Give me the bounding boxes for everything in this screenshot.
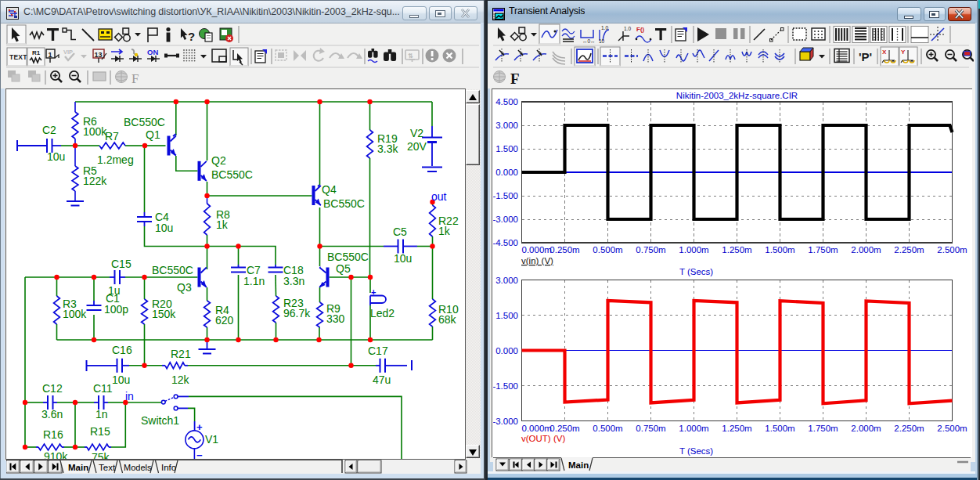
svg-text:R15: R15: [90, 425, 110, 438]
svg-text:68k: 68k: [438, 313, 457, 326]
svg-text:1.500m: 1.500m: [765, 245, 794, 254]
svg-text:R16: R16: [43, 428, 63, 441]
svg-text:330: 330: [326, 312, 345, 325]
svg-text:96.7k: 96.7k: [283, 307, 311, 319]
svg-text:Q3: Q3: [177, 281, 192, 294]
svg-text:1.0: 1.0: [624, 26, 631, 31]
svg-text:910k: 910k: [44, 450, 68, 459]
svg-text:X: X: [882, 49, 887, 56]
svg-text:v(OUT) (V): v(OUT) (V): [521, 434, 565, 443]
svg-text:1.000m: 1.000m: [679, 245, 708, 254]
svg-text:1.000m: 1.000m: [679, 424, 708, 433]
svg-text:100k: 100k: [63, 308, 87, 320]
svg-text:C15: C15: [111, 258, 132, 270]
svg-text:0.500m: 0.500m: [593, 424, 622, 433]
svg-text:Main: Main: [68, 463, 88, 472]
svg-text:10: 10: [599, 38, 605, 44]
svg-text:1k: 1k: [216, 218, 229, 231]
svg-text:0.250m: 0.250m: [549, 424, 579, 433]
svg-text:2.500m: 2.500m: [937, 245, 967, 254]
svg-text:47u: 47u: [373, 374, 391, 386]
svg-text:VIP: VIP: [63, 49, 73, 56]
svg-text:3.3k: 3.3k: [377, 143, 398, 155]
svg-text:-3.000: -3.000: [493, 417, 518, 426]
svg-text:Switch1: Switch1: [141, 414, 179, 427]
svg-text:out: out: [431, 190, 447, 203]
svg-text:3.000: 3.000: [495, 121, 518, 130]
svg-text:-4.500: -4.500: [493, 238, 518, 247]
svg-text:ON: ON: [147, 48, 158, 56]
svg-text:C17: C17: [368, 345, 388, 357]
svg-text:BC550C: BC550C: [124, 116, 165, 128]
svg-text:1.750m: 1.750m: [808, 424, 838, 433]
svg-text:1.500: 1.500: [495, 311, 518, 320]
svg-text:Y: Y: [901, 49, 906, 56]
svg-text:C12: C12: [42, 382, 63, 395]
svg-text:Q1: Q1: [146, 128, 160, 141]
svg-text:1.2meg: 1.2meg: [97, 153, 134, 166]
svg-text:R21: R21: [171, 348, 191, 360]
svg-text:BC550C: BC550C: [323, 197, 365, 210]
svg-text:+: +: [196, 421, 203, 433]
svg-text:4.500: 4.500: [495, 97, 518, 106]
svg-text:BC550C: BC550C: [327, 251, 369, 263]
svg-text:1.250m: 1.250m: [722, 424, 751, 433]
svg-text:12k: 12k: [171, 374, 190, 386]
svg-text:Main: Main: [568, 460, 589, 470]
svg-text:1.0: 1.0: [601, 25, 608, 31]
svg-text:0.250m: 0.250m: [549, 245, 579, 254]
svg-text:1n: 1n: [95, 408, 108, 420]
svg-text:1.1n: 1.1n: [243, 275, 265, 287]
svg-text:10u: 10u: [394, 252, 412, 265]
svg-text:in: in: [125, 390, 134, 402]
svg-text:TEXT: TEXT: [9, 53, 27, 61]
svg-text:F: F: [510, 70, 520, 87]
svg-text:+: +: [371, 287, 376, 297]
svg-text:Models: Models: [124, 463, 152, 472]
svg-text:R1: R1: [32, 49, 41, 56]
svg-text:2.000m: 2.000m: [851, 424, 881, 433]
svg-text:-1.500: -1.500: [493, 381, 518, 391]
svg-text:122k: 122k: [83, 175, 107, 187]
svg-text:BC550C: BC550C: [211, 168, 253, 181]
svg-text:v(in) (V): v(in) (V): [521, 256, 553, 265]
svg-text:R7: R7: [105, 130, 119, 143]
svg-text:Nikitin-2003_2kHz-square.CIR: Nikitin-2003_2kHz-square.CIR: [676, 91, 798, 100]
svg-text:0.000: 0.000: [495, 168, 518, 177]
svg-text:20V: 20V: [407, 140, 427, 153]
svg-text:150k: 150k: [152, 308, 176, 320]
svg-text:2.500m: 2.500m: [937, 424, 967, 433]
svg-text:V2: V2: [410, 127, 423, 139]
svg-text:1.500m: 1.500m: [765, 424, 794, 433]
svg-text:75k: 75k: [92, 451, 110, 459]
svg-text:1: 1: [49, 51, 52, 59]
svg-text:0.000: 0.000: [495, 346, 518, 355]
svg-text:0.000m: 0.000m: [522, 424, 552, 433]
svg-text:Led2: Led2: [370, 307, 395, 319]
svg-text:-3.000: -3.000: [493, 215, 518, 224]
svg-text:3.6n: 3.6n: [41, 408, 63, 420]
svg-text:F(): F(): [636, 26, 645, 33]
svg-text:2.000m: 2.000m: [851, 245, 881, 254]
svg-text:0.500m: 0.500m: [593, 245, 622, 254]
svg-text:1.500: 1.500: [495, 144, 518, 153]
svg-text:?: ?: [188, 30, 195, 43]
svg-text:C11: C11: [93, 382, 113, 395]
svg-text:BC550C: BC550C: [152, 264, 193, 276]
svg-text:1.750m: 1.750m: [808, 245, 838, 254]
svg-text:10u: 10u: [47, 150, 65, 163]
svg-text:⇅: ⇅: [408, 52, 413, 60]
svg-text:F: F: [132, 71, 139, 86]
svg-text:1.250m: 1.250m: [722, 245, 751, 254]
svg-text:C2: C2: [42, 124, 56, 136]
svg-text:3.000: 3.000: [495, 276, 518, 285]
svg-text:−: −: [196, 449, 203, 459]
svg-text:100p: 100p: [104, 303, 128, 316]
svg-text:10u: 10u: [112, 374, 130, 386]
svg-text:3.3n: 3.3n: [283, 275, 304, 287]
svg-text:Text: Text: [99, 463, 116, 472]
svg-text:C5: C5: [393, 226, 407, 238]
svg-text:620: 620: [215, 314, 234, 327]
svg-text:Q5: Q5: [336, 262, 351, 275]
svg-text:0.750m: 0.750m: [636, 424, 665, 433]
